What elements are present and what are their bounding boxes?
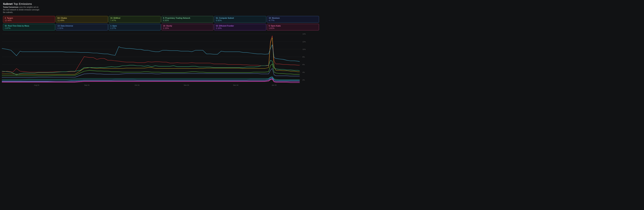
legend-item-8[interactable]: 8: Proprietary Trading Network 6.93% bbox=[162, 16, 214, 23]
legend-value-10: 2.15% bbox=[163, 27, 212, 29]
legend-value-13: 2.31% bbox=[58, 27, 106, 29]
legend-name-64: 64: Chutes bbox=[58, 17, 106, 19]
legend-item-64[interactable]: 64: Chutes 11.49% bbox=[56, 16, 108, 23]
legend-name-42: 42: Real-Time Data by Masa bbox=[5, 25, 54, 27]
legend-item-1[interactable]: 1: Apex 2.27% bbox=[109, 24, 161, 30]
legend-value-8: 6.93% bbox=[163, 19, 212, 21]
legend-item-19[interactable]: 19: Nineteen 4.77% bbox=[267, 16, 319, 23]
legend-row-2: 42: Real-Time Data by Masa 2.87% 13: Dat… bbox=[0, 24, 322, 31]
svg-text:Nov 24: Nov 24 bbox=[184, 84, 189, 86]
legend-name-4: 4: Targon bbox=[5, 17, 54, 19]
legend-value-51: 5.92% bbox=[216, 19, 264, 21]
legend-value-42: 2.87% bbox=[5, 27, 54, 29]
line-chutes bbox=[2, 37, 300, 74]
legend-value-53: 2.10% bbox=[216, 27, 264, 29]
title-rest: Top Emissions bbox=[13, 2, 32, 5]
legend-row-1: 4: Targon 12.40% 64: Chutes 11.49% 34: B… bbox=[0, 15, 322, 24]
legend-value-4: 12.40% bbox=[5, 19, 54, 21]
legend-name-34: 34: BitMind bbox=[110, 17, 159, 19]
legend-name-8: 8: Proprietary Trading Network bbox=[163, 17, 212, 19]
legend-item-34[interactable]: 34: BitMind 7.47% bbox=[109, 16, 161, 23]
legend-item-53[interactable]: 53: Efficient Frontier 2.10% bbox=[214, 24, 266, 30]
legend-value-1: 2.27% bbox=[110, 27, 159, 29]
legend-item-42[interactable]: 42: Real-Time Data by Masa 2.87% bbox=[3, 24, 55, 30]
svg-text:14%: 14% bbox=[302, 33, 306, 35]
svg-text:Aug 24: Aug 24 bbox=[34, 84, 39, 86]
svg-text:Oct 24: Oct 24 bbox=[135, 84, 140, 86]
legend-item-4[interactable]: 4: Targon 12.40% bbox=[3, 16, 55, 23]
legend-item-13[interactable]: 13: Data Universe 2.31% bbox=[56, 24, 108, 30]
legend-value-34: 7.47% bbox=[110, 19, 159, 21]
svg-text:Dec 24: Dec 24 bbox=[233, 84, 238, 86]
legend-name-19: 19: Nineteen bbox=[268, 17, 317, 19]
subtitle: Yuma Consensus uses the weights set on t… bbox=[3, 6, 40, 14]
legend-name-1: 1: Apex bbox=[110, 25, 159, 27]
chart-svg: 14% 12% 10% 8% 6% 4% 2% bbox=[2, 31, 309, 87]
svg-text:2%: 2% bbox=[302, 79, 305, 81]
subtitle-bold: Yuma Consensus bbox=[3, 6, 18, 8]
line-nineteen bbox=[2, 68, 300, 78]
page-title: Subnet Top Emissions bbox=[3, 2, 319, 5]
svg-text:10%: 10% bbox=[302, 48, 306, 50]
svg-text:8%: 8% bbox=[302, 56, 305, 58]
legend-value-5: 1.81% bbox=[268, 27, 317, 29]
legend-name-13: 13: Data Universe bbox=[58, 25, 106, 27]
line-bitmind bbox=[2, 64, 300, 76]
legend-name-51: 51: Compute Subnet bbox=[216, 17, 264, 19]
svg-text:6%: 6% bbox=[302, 64, 305, 66]
header: Subnet Top Emissions Yuma Consensus uses… bbox=[0, 0, 322, 15]
legend-name-10: 10: Sturdy bbox=[163, 25, 212, 27]
svg-text:12%: 12% bbox=[302, 41, 306, 43]
legend-name-53: 53: Efficient Frontier bbox=[216, 25, 264, 27]
legend-value-19: 4.77% bbox=[268, 19, 317, 21]
legend-item-51[interactable]: 51: Compute Subnet 5.92% bbox=[214, 16, 266, 23]
legend-item-5[interactable]: 5: Open Kaito 1.81% bbox=[267, 24, 319, 30]
line-targon bbox=[2, 36, 300, 72]
line-compute bbox=[2, 45, 300, 61]
page-container: Subnet Top Emissions Yuma Consensus uses… bbox=[0, 0, 322, 87]
legend-value-64: 11.49% bbox=[58, 19, 106, 21]
svg-text:Sep 24: Sep 24 bbox=[84, 84, 90, 86]
legend-name-5: 5: Open Kaito bbox=[268, 25, 317, 27]
svg-text:Jan 25: Jan 25 bbox=[272, 84, 276, 86]
title-bold: Subnet bbox=[3, 2, 13, 5]
legend-item-10[interactable]: 10: Sturdy 2.15% bbox=[162, 24, 214, 30]
svg-text:4%: 4% bbox=[302, 71, 305, 73]
